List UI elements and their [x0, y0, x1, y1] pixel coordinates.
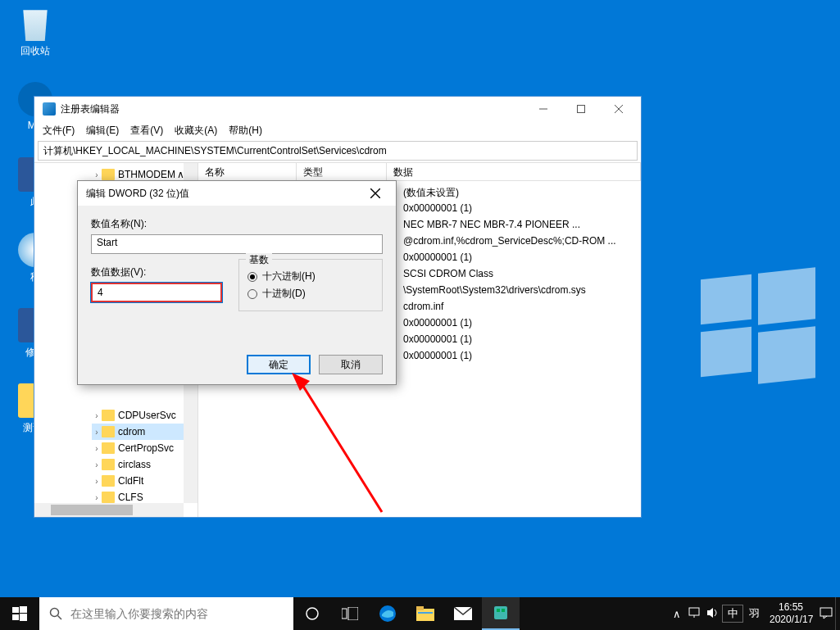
- folder-icon: [102, 459, 115, 470]
- ime-mode[interactable]: 羽: [743, 606, 765, 621]
- cortana-button[interactable]: [293, 597, 331, 630]
- dialog-close-button[interactable]: [363, 181, 388, 206]
- task-view-button[interactable]: [331, 597, 369, 630]
- search-box[interactable]: [39, 597, 293, 630]
- tree-scrollbar-h[interactable]: [34, 503, 184, 517]
- ok-button[interactable]: 确定: [247, 355, 311, 374]
- value-name-label: 数值名称(N):: [91, 217, 383, 231]
- search-input[interactable]: [70, 607, 284, 620]
- list-row[interactable]: NEC MBR-7 NEC MBR-7.4 PIONEER ...: [397, 217, 641, 233]
- menu-fav[interactable]: 收藏夹(A): [170, 122, 222, 139]
- dialog-titlebar[interactable]: 编辑 DWORD (32 位)值: [78, 181, 396, 206]
- folder-icon: [102, 492, 115, 503]
- node-label: cdrom: [118, 426, 145, 437]
- menu-file[interactable]: 文件(F): [38, 122, 79, 139]
- svg-rect-23: [497, 609, 500, 612]
- svg-line-13: [58, 616, 62, 620]
- tree-node[interactable]: ›CertPropSvc: [92, 440, 198, 456]
- col-data[interactable]: 数据: [387, 163, 641, 180]
- list-row[interactable]: 0x00000001 (1): [397, 315, 641, 332]
- show-desktop[interactable]: [835, 597, 840, 630]
- svg-rect-9: [20, 606, 27, 613]
- expand-icon[interactable]: ›: [92, 477, 102, 486]
- folder-icon: [102, 169, 115, 180]
- start-button[interactable]: [0, 597, 39, 630]
- tree-node[interactable]: ›CldFlt: [92, 473, 198, 489]
- col-type[interactable]: 类型: [297, 163, 387, 180]
- svg-rect-10: [12, 614, 19, 620]
- folder-icon: [102, 410, 115, 421]
- tray-volume-icon[interactable]: [704, 607, 722, 621]
- taskbar: ∧ 中 羽 16:55 2020/1/17: [0, 597, 840, 630]
- svg-rect-18: [416, 609, 434, 621]
- list-row[interactable]: SCSI CDROM Class: [397, 266, 641, 283]
- svg-point-14: [306, 608, 318, 619]
- titlebar[interactable]: 注册表编辑器: [34, 97, 641, 121]
- cancel-button[interactable]: 取消: [319, 355, 383, 374]
- expand-icon[interactable]: ›: [92, 428, 102, 437]
- taskbar-edge[interactable]: [369, 597, 406, 630]
- folder-icon: [102, 426, 115, 437]
- radio-hex-label: 十六进制(H): [262, 270, 316, 283]
- expand-icon[interactable]: ›: [92, 493, 102, 502]
- list-row[interactable]: 0x00000001 (1): [397, 201, 641, 217]
- menu-help[interactable]: 帮助(H): [224, 122, 267, 139]
- menu-view[interactable]: 查看(V): [125, 122, 168, 139]
- expand-icon[interactable]: ›: [92, 460, 102, 469]
- tray-chevron-icon[interactable]: ∧: [668, 608, 686, 620]
- folder-icon: [102, 442, 115, 454]
- tree-node[interactable]: ›circlass: [92, 456, 198, 473]
- expand-icon[interactable]: ›: [92, 411, 102, 420]
- clock-time: 16:55: [770, 601, 812, 614]
- recycle-bin[interactable]: 回收站: [7, 7, 64, 58]
- svg-rect-28: [820, 608, 832, 616]
- address-text: 计算机\HKEY_LOCAL_MACHINE\SYSTEM\CurrentCon…: [43, 144, 387, 158]
- value-data-input[interactable]: [91, 283, 222, 302]
- window-title: 注册表编辑器: [61, 102, 524, 116]
- menu-edit[interactable]: 编辑(E): [81, 122, 124, 139]
- list-row[interactable]: \SystemRoot\System32\drivers\cdrom.sys: [397, 283, 641, 299]
- taskbar-explorer[interactable]: [406, 597, 444, 630]
- system-tray: ∧ 中 羽 16:55 2020/1/17: [668, 597, 840, 630]
- taskbar-regedit[interactable]: [482, 597, 520, 630]
- taskbar-clock[interactable]: 16:55 2020/1/17: [765, 601, 817, 626]
- tree-node-selected[interactable]: ›cdrom: [92, 424, 198, 440]
- svg-rect-19: [416, 606, 424, 610]
- list-row[interactable]: 0x00000001 (1): [397, 250, 641, 266]
- list-row[interactable]: (数值未设置): [397, 184, 641, 201]
- list-row[interactable]: 0x00000001 (1): [397, 348, 641, 365]
- list-row[interactable]: 0x00000001 (1): [397, 332, 641, 348]
- svg-rect-1: [578, 106, 585, 113]
- minimize-button[interactable]: [524, 97, 562, 121]
- value-name-field[interactable]: Start: [91, 234, 383, 254]
- ime-indicator[interactable]: 中: [722, 605, 743, 623]
- tree-node[interactable]: ›CDPUserSvc: [92, 407, 198, 424]
- expand-icon[interactable]: ›: [92, 444, 102, 453]
- menubar: 文件(F) 编辑(E) 查看(V) 收藏夹(A) 帮助(H): [34, 121, 641, 139]
- svg-point-12: [51, 609, 59, 617]
- maximize-button[interactable]: [562, 97, 600, 121]
- col-name[interactable]: 名称: [198, 163, 297, 180]
- taskbar-mail[interactable]: [444, 597, 482, 630]
- radio-hex[interactable]: 十六进制(H): [247, 270, 374, 283]
- tray-network-icon[interactable]: [686, 607, 704, 621]
- node-label: CLFS: [118, 492, 143, 503]
- node-label: CDPUserSvc: [118, 410, 176, 421]
- recycle-icon: [18, 7, 52, 41]
- svg-rect-15: [342, 609, 347, 619]
- list-row[interactable]: cdrom.inf: [397, 299, 641, 315]
- recycle-label: 回收站: [7, 44, 64, 58]
- dialog-title: 编辑 DWORD (32 位)值: [86, 187, 363, 201]
- svg-rect-16: [348, 607, 358, 620]
- folder-icon: [102, 475, 115, 487]
- node-label: circlass: [118, 459, 151, 470]
- radio-dec-label: 十进制(D): [262, 287, 306, 301]
- radix-group: 基数 十六进制(H) 十进制(D): [238, 259, 383, 311]
- radio-dec[interactable]: 十进制(D): [247, 287, 374, 301]
- expand-icon[interactable]: ›: [92, 170, 102, 179]
- list-row[interactable]: @cdrom.inf,%cdrom_ServiceDesc%;CD-ROM ..…: [397, 233, 641, 250]
- close-button[interactable]: [600, 97, 638, 121]
- address-bar[interactable]: 计算机\HKEY_LOCAL_MACHINE\SYSTEM\CurrentCon…: [38, 141, 638, 161]
- node-label: BTHMODEM: [118, 169, 175, 180]
- notification-icon[interactable]: [817, 606, 835, 622]
